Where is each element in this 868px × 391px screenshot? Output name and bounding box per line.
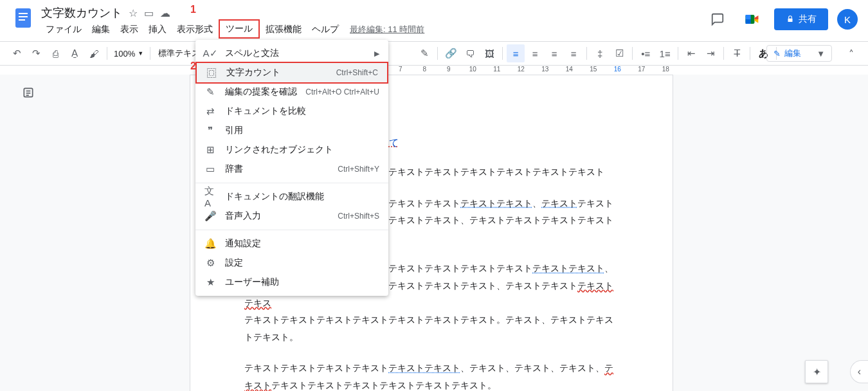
menu-voice-typing[interactable]: 🎤音声入力Ctrl+Shift+S — [195, 206, 388, 226]
menu-citations[interactable]: ❞引用 — [195, 121, 388, 140]
menu-dictionary[interactable]: ▭辞書Ctrl+Shift+Y — [195, 159, 388, 179]
separator — [437, 47, 438, 60]
move-icon[interactable]: ▭ — [144, 7, 154, 19]
bulleted-list-icon[interactable]: •≡ — [637, 44, 655, 62]
shortcut-text: Ctrl+Shift+S — [338, 212, 379, 221]
spellcheck-icon: A✓ — [204, 48, 216, 59]
menu-linked-objects[interactable]: ⊞リンクされたオブジェクト — [195, 140, 388, 159]
checklist-icon[interactable]: ☑ — [610, 44, 628, 62]
gear-icon: ⚙ — [204, 257, 216, 269]
shortcut-text: Ctrl+Shift+Y — [338, 165, 379, 174]
compare-icon: ⇄ — [204, 105, 216, 117]
menu-edit[interactable]: 編集 — [87, 23, 114, 37]
doc-paragraph[interactable]: テキストテキストテキストテキストテキストテキスト、テキスト、テキスト、テキスト、… — [244, 359, 621, 391]
svg-rect-7 — [788, 19, 793, 22]
quote-icon: ❞ — [204, 125, 216, 136]
document-title[interactable]: 文字数カウント — [41, 5, 122, 21]
svg-rect-6 — [746, 19, 751, 24]
meet-icon[interactable] — [739, 6, 765, 32]
tools-menu-dropdown: A✓スペルと文法▶ ⿴文字カウントCtrl+Shift+C ✎編集の提案を確認C… — [195, 40, 388, 296]
menu-file[interactable]: ファイル — [41, 23, 86, 37]
separator — [150, 47, 150, 60]
docs-logo-icon[interactable] — [10, 5, 36, 31]
explore-button[interactable]: ✦ — [805, 360, 828, 383]
add-comment-icon[interactable]: 🗨 — [461, 44, 479, 62]
separator — [750, 47, 750, 60]
header-actions: 共有 K — [705, 6, 858, 32]
spellcheck-icon[interactable]: A̱ — [66, 44, 84, 62]
editing-mode-button[interactable]: ✎ 編集 ▼ — [766, 45, 832, 62]
highlight-color-icon[interactable]: ✎ — [415, 44, 433, 62]
menu-spelling-grammar[interactable]: A✓スペルと文法▶ — [195, 44, 388, 63]
dictionary-icon: ▭ — [204, 163, 216, 175]
hide-menus-icon[interactable]: ˄ — [842, 45, 860, 63]
show-side-panel-icon[interactable]: ‹ — [850, 360, 868, 383]
separator — [586, 47, 587, 60]
editor-surface: テキストテキストテキストについて テキストテキストテキストテキストテキストテキス… — [0, 75, 868, 391]
menu-view[interactable]: 表示 — [116, 23, 143, 37]
line-spacing-icon[interactable]: ‡ — [591, 44, 609, 62]
account-avatar[interactable]: K — [837, 9, 858, 30]
menu-translate[interactable]: 文Aドキュメントの翻訳機能 — [195, 187, 388, 206]
mic-icon: 🎤 — [204, 210, 216, 222]
shortcut-text: Ctrl+Alt+O Ctrl+Alt+U — [305, 87, 379, 96]
annotation-2: 2 — [190, 60, 196, 72]
translate-icon: 文A — [204, 185, 216, 208]
menu-extensions[interactable]: 拡張機能 — [261, 23, 306, 37]
share-label: 共有 — [799, 14, 817, 25]
chevron-right-icon: ▶ — [374, 50, 379, 58]
menu-help[interactable]: ヘルプ — [307, 23, 343, 37]
indent-increase-icon[interactable]: ⇥ — [701, 44, 719, 62]
document-outline-icon[interactable] — [22, 86, 37, 102]
menu-review-edits[interactable]: ✎編集の提案を確認Ctrl+Alt+O Ctrl+Alt+U — [195, 82, 388, 102]
insert-link-icon[interactable]: 🔗 — [442, 44, 460, 62]
zoom-select[interactable]: 100%▼ — [111, 49, 146, 59]
title-area: 文字数カウント ☆ ▭ ☁ ファイル 編集 表示 挿入 表示形式 ツール 拡張機… — [41, 5, 424, 37]
menu-separator — [195, 230, 388, 230]
indent-decrease-icon[interactable]: ⇤ — [682, 44, 700, 62]
linked-icon: ⊞ — [204, 144, 216, 156]
svg-rect-2 — [19, 16, 28, 17]
align-left-icon[interactable]: ≡ — [507, 44, 525, 62]
menu-insert[interactable]: 挿入 — [144, 23, 171, 37]
redo-icon[interactable]: ↷ — [27, 44, 45, 62]
annotation-1: 1 — [190, 4, 196, 15]
bell-icon: 🔔 — [204, 238, 216, 250]
cloud-status-icon[interactable]: ☁ — [160, 7, 170, 19]
star-icon[interactable]: ☆ — [129, 7, 138, 19]
numbered-list-icon[interactable]: 1≡ — [656, 44, 674, 62]
menu-notifications[interactable]: 🔔通知設定 — [195, 234, 388, 253]
menu-compare-docs[interactable]: ⇄ドキュメントを比較 — [195, 102, 388, 121]
editing-mode-label: 編集 — [784, 48, 801, 59]
word-count-icon: ⿴ — [206, 68, 217, 78]
menu-accessibility[interactable]: ★ユーザー補助 — [195, 273, 388, 292]
separator — [502, 47, 503, 60]
align-justify-icon[interactable]: ≡ — [565, 44, 583, 62]
pencil-icon: ✎ — [773, 49, 781, 59]
accessibility-icon: ★ — [204, 277, 216, 288]
shortcut-text: Ctrl+Shift+C — [336, 68, 378, 77]
chevron-down-icon: ▼ — [817, 49, 825, 59]
svg-rect-3 — [19, 19, 25, 21]
separator — [107, 47, 107, 60]
share-button[interactable]: 共有 — [774, 8, 828, 30]
clear-formatting-icon[interactable]: T̶ — [728, 44, 746, 62]
comment-history-icon[interactable] — [705, 6, 730, 32]
insert-image-icon[interactable]: 🖼 — [480, 44, 498, 62]
align-right-icon[interactable]: ≡ — [545, 44, 563, 62]
separator — [632, 47, 633, 60]
last-edit-link[interactable]: 最終編集: 11 時間前 — [350, 24, 424, 35]
menu-format[interactable]: 表示形式 — [172, 23, 217, 37]
review-icon: ✎ — [204, 86, 216, 98]
svg-rect-5 — [746, 15, 751, 19]
align-center-icon[interactable]: ≡ — [526, 44, 544, 62]
app-header: 文字数カウント ☆ ▭ ☁ ファイル 編集 表示 挿入 表示形式 ツール 拡張機… — [0, 0, 868, 41]
menu-word-count[interactable]: ⿴文字カウントCtrl+Shift+C — [195, 62, 388, 84]
menu-tools[interactable]: ツール — [219, 19, 260, 39]
undo-icon[interactable]: ↶ — [8, 44, 26, 62]
separator — [678, 47, 678, 60]
toolbar: ↶ ↷ ⎙ A̱ 🖌 100%▼ 標準テキス ✎ 🔗 🗨 🖼 ≡ ≡ ≡ ≡ ‡… — [0, 41, 868, 66]
menu-preferences[interactable]: ⚙設定 — [195, 253, 388, 273]
paint-format-icon[interactable]: 🖌 — [85, 44, 103, 62]
print-icon[interactable]: ⎙ — [46, 44, 64, 62]
